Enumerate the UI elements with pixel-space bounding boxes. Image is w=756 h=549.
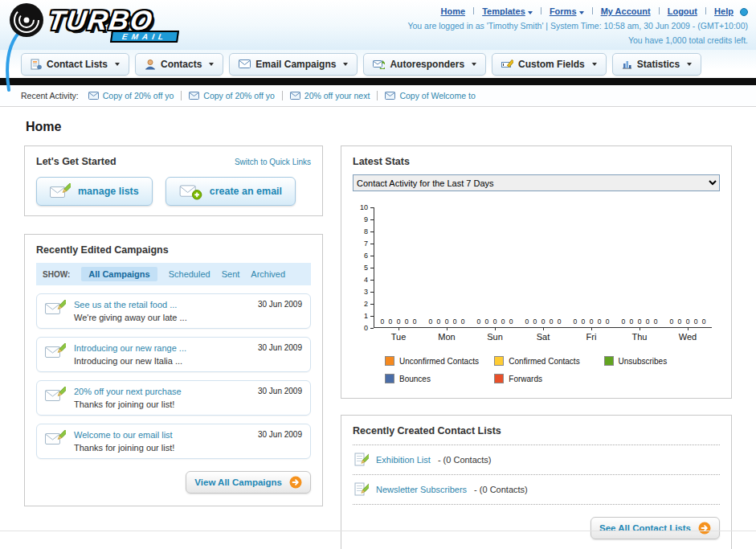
contact-lists: Exhibition List - (0 Contacts) Newslette… bbox=[353, 445, 720, 505]
manage-lists-button[interactable]: manage lists bbox=[36, 177, 153, 206]
chart-value-group: 0 0 0 0 0 bbox=[423, 318, 471, 326]
statistics-icon bbox=[622, 59, 632, 69]
top-nav-templates[interactable]: Templates bbox=[482, 6, 525, 16]
legend-swatch bbox=[385, 374, 394, 383]
chart-legend: Unconfirmed ContactsConfirmed ContactsUn… bbox=[385, 356, 717, 383]
y-axis-label: 6 bbox=[364, 252, 374, 260]
campaigns-title: Recently Edited Campaigns bbox=[36, 244, 311, 256]
campaign-title-link[interactable]: 20% off your next purchase bbox=[74, 387, 250, 396]
campaign-subtitle: Thanks for joining our list! bbox=[74, 399, 250, 409]
chart-value-group: 0 0 0 0 0 bbox=[567, 318, 615, 326]
main-navigation: Contact Lists Contacts Email Campaigns bbox=[0, 50, 756, 78]
legend-label: Confirmed Contacts bbox=[509, 357, 579, 366]
envelope-pencil-icon bbox=[45, 387, 66, 403]
campaign-date: 30 Jun 2009 bbox=[258, 300, 302, 309]
help-icon[interactable] bbox=[740, 8, 748, 16]
left-column: Let's Get Started Switch to Quick Links bbox=[24, 145, 323, 506]
nav-tab-contacts[interactable]: Contacts bbox=[135, 53, 223, 76]
campaign-row: See us at the retail food ...We're givin… bbox=[36, 293, 311, 329]
divider-bar bbox=[0, 78, 756, 85]
divider bbox=[282, 91, 283, 100]
campaign-date: 30 Jun 2009 bbox=[258, 387, 302, 395]
top-nav-my-account[interactable]: My Account bbox=[601, 6, 651, 16]
top-nav-help[interactable]: Help bbox=[714, 6, 734, 16]
filter-tab-all-campaigns[interactable]: All Campaigns bbox=[81, 267, 157, 281]
chart-values-row: 0 0 0 0 00 0 0 0 00 0 0 0 00 0 0 0 00 0 … bbox=[374, 318, 712, 326]
recent-contact-lists-panel: Recently Created Contact Lists Exhibitio… bbox=[341, 415, 732, 549]
pencil-list-icon bbox=[354, 452, 369, 468]
see-all-contact-lists-button[interactable]: See All Contact Lists bbox=[590, 517, 720, 539]
campaign-date: 30 Jun 2009 bbox=[258, 343, 302, 352]
y-axis-label: 2 bbox=[364, 300, 374, 308]
nav-tab-statistics[interactable]: Statistics bbox=[612, 53, 701, 76]
arrow-right-icon bbox=[289, 476, 302, 489]
y-axis-label: 5 bbox=[364, 264, 374, 272]
logo-subtitle: EMAIL bbox=[110, 31, 179, 43]
campaign-row: Welcome to our email listThanks for join… bbox=[36, 424, 311, 459]
campaign-title-link[interactable]: Welcome to our email list bbox=[74, 430, 250, 440]
campaign-filter-tabs: SHOW: All Campaigns Scheduled Sent Archi… bbox=[36, 263, 311, 285]
chart-value-group: 0 0 0 0 0 bbox=[374, 318, 423, 326]
campaign-subtitle: Introducing our new Italia ... bbox=[74, 356, 250, 366]
app-logo[interactable]: TURBO EMAIL bbox=[8, 2, 178, 43]
recent-activity-item[interactable]: Copy of 20% off yo bbox=[88, 91, 174, 100]
x-axis-label: Mon bbox=[423, 332, 471, 342]
recent-activity-bar: Recent Activity: Copy of 20% off yo Copy… bbox=[0, 85, 756, 107]
campaign-title-link[interactable]: See us at the retail food ... bbox=[74, 300, 250, 309]
activity-item-label: Copy of 20% off yo bbox=[103, 91, 174, 100]
contact-list-count: - (0 Contacts) bbox=[474, 485, 528, 494]
campaign-row: 20% off your next purchaseThanks for joi… bbox=[36, 380, 311, 416]
view-all-campaigns-label: View All Campaigns bbox=[194, 477, 282, 487]
legend-swatch bbox=[604, 356, 614, 366]
legend-item: Bounces bbox=[385, 374, 494, 383]
legend-swatch bbox=[385, 356, 394, 366]
chart-y-labels: 109876543210 bbox=[353, 207, 374, 328]
recent-activity-item[interactable]: Copy of 20% off yo bbox=[189, 91, 275, 100]
recent-campaigns-panel: Recently Edited Campaigns SHOW: All Camp… bbox=[24, 234, 323, 506]
nav-tab-email-campaigns[interactable]: Email Campaigns bbox=[229, 53, 358, 76]
manage-lists-label: manage lists bbox=[78, 186, 139, 197]
divider bbox=[473, 7, 474, 14]
divider bbox=[705, 7, 706, 14]
create-email-button[interactable]: create an email bbox=[166, 177, 296, 206]
autoresponders-icon bbox=[373, 59, 385, 69]
activity-item-label: Copy of 20% off yo bbox=[203, 91, 275, 100]
logo-text: TURBO EMAIL bbox=[48, 2, 178, 43]
x-axis-label: Sun bbox=[471, 332, 519, 342]
filter-tab-archived[interactable]: Archived bbox=[251, 269, 285, 279]
chevron-down-icon bbox=[687, 63, 692, 66]
top-nav-forms[interactable]: Forms bbox=[550, 6, 577, 16]
nav-tab-autoresponders[interactable]: Autoresponders bbox=[363, 53, 486, 76]
chevron-down-icon bbox=[209, 63, 214, 66]
nav-tab-contact-lists[interactable]: Contact Lists bbox=[21, 53, 129, 76]
envelope-pencil-icon bbox=[50, 183, 71, 199]
contact-lists-icon bbox=[31, 59, 42, 70]
y-axis-label: 8 bbox=[364, 227, 374, 236]
contact-list-link[interactable]: Exhibition List bbox=[376, 455, 431, 465]
contact-lists-title: Recently Created Contact Lists bbox=[353, 425, 720, 436]
recent-activity-item[interactable]: 20% off your next bbox=[290, 91, 370, 100]
divider bbox=[541, 7, 541, 14]
campaign-title-link[interactable]: Introducing our new range ... bbox=[74, 343, 250, 353]
legend-item: Forwards bbox=[494, 374, 603, 383]
stats-filter-select[interactable]: Contact Activity for the Last 7 Days bbox=[353, 174, 720, 191]
contact-list-link[interactable]: Newsletter Subscribers bbox=[376, 485, 467, 494]
legend-swatch bbox=[494, 374, 504, 383]
tab-label: Custom Fields bbox=[518, 59, 585, 70]
y-axis-label: 3 bbox=[364, 288, 374, 296]
utility-nav: Home Templates Forms My Account Logout H… bbox=[407, 4, 748, 19]
page: TURBO EMAIL Home Templates Forms My Acco… bbox=[0, 0, 756, 549]
arrow-right-icon bbox=[698, 522, 711, 535]
view-all-campaigns-button[interactable]: View All Campaigns bbox=[186, 471, 311, 494]
chevron-down-icon bbox=[115, 63, 120, 66]
right-column: Latest Stats Contact Activity for the La… bbox=[341, 145, 732, 549]
legend-item: Unconfirmed Contacts bbox=[385, 356, 494, 366]
switch-quick-links-link[interactable]: Switch to Quick Links bbox=[235, 158, 311, 166]
filter-tab-scheduled[interactable]: Scheduled bbox=[169, 269, 210, 279]
nav-tab-custom-fields[interactable]: Custom Fields bbox=[492, 53, 607, 76]
top-nav-logout[interactable]: Logout bbox=[668, 6, 697, 16]
recent-activity-item[interactable]: Copy of Welcome to bbox=[385, 91, 475, 100]
filter-tab-sent[interactable]: Sent bbox=[222, 269, 240, 279]
top-nav-home[interactable]: Home bbox=[440, 6, 465, 16]
main-content: Home Let's Get Started Switch to Quick L… bbox=[0, 107, 756, 549]
